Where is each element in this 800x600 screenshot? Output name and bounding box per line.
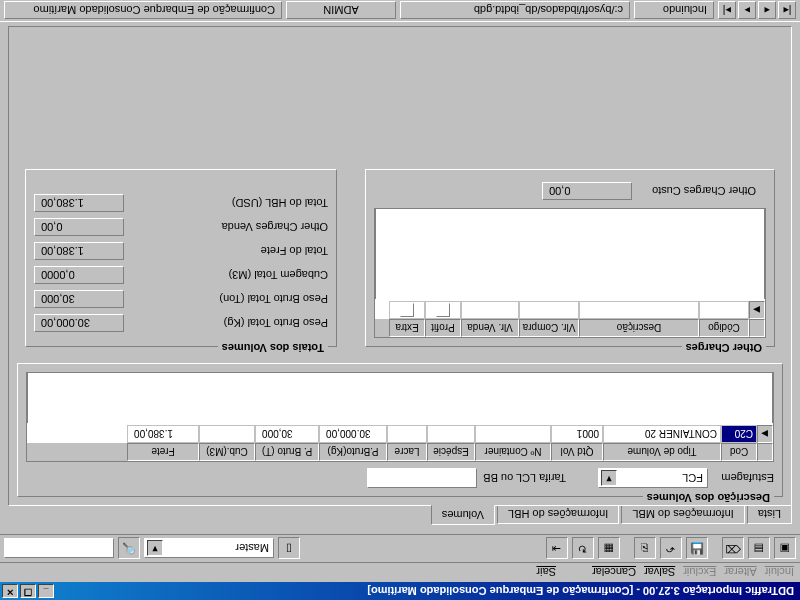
col-vlr-compra[interactable]: Vlr. Compra [519, 319, 579, 337]
grid-corner [757, 443, 773, 461]
nav-prev-icon[interactable]: ◂ [758, 2, 776, 20]
cell-cub[interactable] [199, 425, 255, 443]
tabstrip: Lista Informações do MBL Informações do … [8, 506, 792, 528]
refresh-icon[interactable]: ↻ [572, 538, 594, 560]
statusbar: |◂ ◂ ▸ ▸| Incluindo c:/bysoft/ibdados/db… [0, 0, 800, 22]
window-title: DDTraffic Importação 3.27.00 - [Confirma… [367, 585, 798, 597]
chevron-down-icon[interactable]: ▼ [147, 541, 163, 557]
col-frete[interactable]: Frete [127, 443, 199, 461]
col-lacre[interactable]: Lacre [387, 443, 427, 461]
window-buttons: _ ❐ ✕ [2, 584, 54, 598]
group-legend-volumes: Descrição dos Volumes [643, 492, 774, 504]
col-especie[interactable]: Espécie [427, 443, 475, 461]
status-db: c:/bysoft/ibdados/db_ibdtd.gdb [400, 2, 630, 20]
tab-lista[interactable]: Lista [747, 505, 792, 524]
cell-especie[interactable] [427, 425, 475, 443]
undo-icon[interactable]: ↶ [660, 538, 682, 560]
menu-incluir: Incluir [765, 567, 794, 579]
tot-hbl-usd-label: Total do HBL (USD) [124, 197, 328, 209]
cell-profit[interactable] [425, 301, 461, 319]
toolbar-btn-7[interactable]: ▦ [598, 538, 620, 560]
col-extra[interactable]: Extra [389, 319, 425, 337]
save-icon[interactable]: 💾 [686, 538, 708, 560]
estufagem-label: Estufagem [714, 472, 774, 484]
tab-info-mbl[interactable]: Informações do MBL [621, 505, 745, 524]
table-row[interactable]: ▶ [375, 301, 765, 319]
table-row[interactable]: ▶ C20 CONTAINER 20 0001 30.000,00 30,000… [27, 425, 773, 443]
col-vlr-venda[interactable]: Vlr. Venda [461, 319, 519, 337]
volumes-grid[interactable]: Cod Tipo de Volume Qtd Vol Nº Container … [26, 372, 774, 462]
tab-volumes[interactable]: Volumes [431, 505, 495, 525]
status-mode: Incluindo [634, 2, 714, 20]
master-combo-value: Master [235, 543, 269, 555]
col-cod[interactable]: Cod [721, 443, 757, 461]
extra-checkbox[interactable] [400, 303, 414, 317]
search-icon[interactable]: 🔍 [118, 538, 140, 560]
tarifa-field[interactable] [367, 468, 477, 488]
toolbar-btn-page[interactable]: ▯ [278, 538, 300, 560]
master-combo[interactable]: Master ▼ [144, 539, 274, 559]
group-legend-totais: Totais dos Volumes [218, 342, 328, 354]
cell-cod[interactable]: C20 [721, 425, 757, 443]
maximize-button[interactable]: ❐ [20, 584, 36, 598]
chevron-down-icon[interactable]: ▼ [601, 470, 617, 486]
tot-frete-label: Total do Frete [124, 245, 328, 257]
cell-qtd[interactable]: 0001 [551, 425, 603, 443]
menu-salvar[interactable]: Salvar [644, 567, 675, 579]
toolbar: ▣ ▤ ⌫ 💾 ↶ ⎘ ▦ ↻ ⇥ ▯ Master ▼ 🔍 [0, 534, 800, 562]
col-qtd[interactable]: Qtd Vol [551, 443, 603, 461]
cell-vlr-compra[interactable] [519, 301, 579, 319]
cell-pbruto-kg[interactable]: 30.000,00 [319, 425, 387, 443]
group-other-charges: Other Charges Código Descrição Vlr. Comp… [365, 169, 775, 347]
profit-checkbox[interactable] [436, 303, 450, 317]
cell-pbruto-t[interactable]: 30,000 [255, 425, 319, 443]
tot-oc-venda-value: 0,00 [34, 218, 124, 236]
cell-extra[interactable] [389, 301, 425, 319]
cell-vlr-venda[interactable] [461, 301, 519, 319]
other-charges-grid[interactable]: Código Descrição Vlr. Compra Vlr. Venda … [374, 208, 766, 338]
tot-peso-kg-label: Peso Bruto Total (Kg) [124, 317, 328, 329]
cell-codigo[interactable] [699, 301, 749, 319]
col-pbruto-t[interactable]: P. Bruto (T) [255, 443, 319, 461]
menu-excluir: Excluir [683, 567, 716, 579]
minimize-button[interactable]: _ [38, 584, 54, 598]
col-cub[interactable]: Cub.(M3) [199, 443, 255, 461]
status-user: ADMIN [286, 2, 396, 20]
oc-custo-label: Other Charges Custo [652, 185, 756, 197]
toolbar-btn-6[interactable]: ⎘ [634, 538, 656, 560]
cell-tipo[interactable]: CONTAINER 20 [603, 425, 721, 443]
menu-cancelar[interactable]: Cancelar [592, 567, 636, 579]
grid-corner [749, 319, 765, 337]
cell-descricao[interactable] [579, 301, 699, 319]
cell-frete[interactable]: 1.380,00 [127, 425, 199, 443]
col-codigo[interactable]: Código [699, 319, 749, 337]
nav-last-icon[interactable]: ▸| [718, 2, 736, 20]
col-ncontainer[interactable]: Nº Container [475, 443, 551, 461]
col-pbruto-kg[interactable]: P.Bruto(Kg) [319, 443, 387, 461]
oc-custo-value: 0,00 [542, 182, 632, 200]
col-profit[interactable]: Profit [425, 319, 461, 337]
tot-peso-kg-value: 30.000,00 [34, 314, 124, 332]
toolbar-search-field[interactable] [4, 539, 114, 559]
grid-empty-area[interactable] [27, 373, 773, 423]
cell-ncont[interactable] [475, 425, 551, 443]
tot-peso-ton-label: Peso Bruto Total (Ton) [124, 293, 328, 305]
estufagem-combo[interactable]: FCL ▼ [598, 468, 708, 488]
nav-next-icon[interactable]: ▸ [738, 2, 756, 20]
cell-lacre[interactable] [387, 425, 427, 443]
group-legend-oc: Other Charges [682, 342, 766, 354]
toolbar-btn-1[interactable]: ▣ [774, 538, 796, 560]
nav-first-icon[interactable]: |◂ [778, 2, 796, 20]
tot-oc-venda-label: Other Charges Venda [124, 221, 328, 233]
tot-peso-ton-value: 30,000 [34, 290, 124, 308]
close-button[interactable]: ✕ [2, 584, 18, 598]
col-tipo[interactable]: Tipo de Volume [603, 443, 721, 461]
tab-info-hbl[interactable]: Informações do HBL [497, 505, 619, 524]
tot-cubagem-label: Cubagem Total (M3) [124, 269, 328, 281]
col-descricao[interactable]: Descrição [579, 319, 699, 337]
toolbar-btn-3[interactable]: ⌫ [722, 538, 744, 560]
menu-sair[interactable]: Sair [536, 567, 556, 579]
toolbar-btn-2[interactable]: ▤ [748, 538, 770, 560]
exit-icon[interactable]: ⇥ [546, 538, 568, 560]
grid-empty-area[interactable] [375, 209, 765, 299]
